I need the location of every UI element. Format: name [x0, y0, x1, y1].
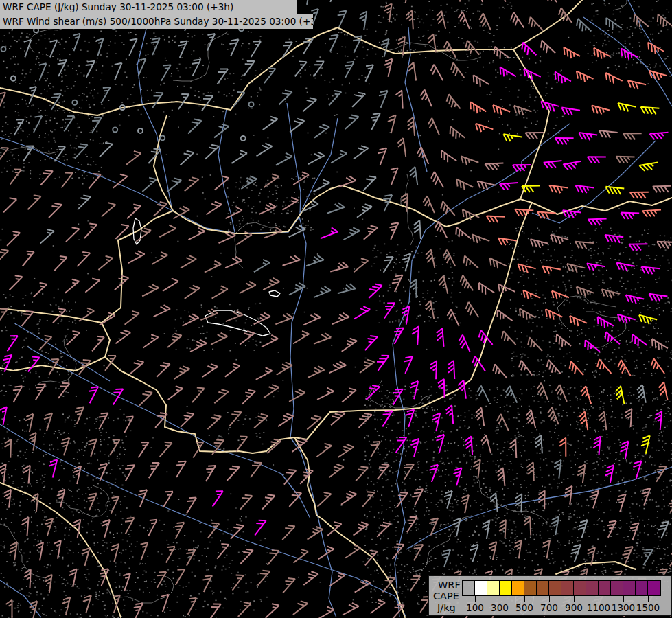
legend-color-cell [512, 581, 524, 595]
legend-color-cell [475, 581, 487, 595]
title-wind-shear: WRF Wind shear (m/s) 500/1000hPa Sunday … [0, 14, 313, 29]
legend-tick [599, 595, 599, 602]
legend-color-cell [487, 581, 500, 595]
legend-color-cell [549, 581, 561, 595]
legend-tick [549, 595, 550, 602]
legend-tick [623, 595, 624, 602]
legend-color-cell [561, 581, 574, 595]
legend-tick-label: 1500 [633, 602, 663, 613]
cape-legend: WRF CAPE J/kg 10030050070090011001300150… [428, 575, 672, 616]
legend-tick [574, 595, 575, 602]
map-svg [0, 0, 672, 618]
legend-color-cell [623, 581, 636, 595]
title-cape: WRF CAPE (J/kg) Sunday 30-11-2025 03:00 … [0, 0, 297, 14]
legend-variable-label: CAPE [433, 591, 459, 602]
legend-tick [500, 595, 500, 602]
legend-color-cell [537, 581, 549, 595]
legend-color-cell [636, 581, 648, 595]
weather-map: WRF CAPE (J/kg) Sunday 30-11-2025 03:00 … [0, 0, 672, 618]
legend-color-cell [586, 581, 599, 595]
legend-model-label: WRF [438, 580, 461, 591]
legend-color-cell [574, 581, 586, 595]
legend-color-cell [500, 581, 512, 595]
legend-tick [524, 595, 525, 602]
legend-color-cell [524, 581, 537, 595]
legend-color-cell [463, 581, 475, 595]
legend-tick [648, 595, 649, 602]
legend-color-cell [599, 581, 611, 595]
legend-color-cell [611, 581, 623, 595]
legend-tick [475, 595, 476, 602]
legend-unit-label: J/kg [437, 603, 456, 613]
legend-color-cell [648, 581, 660, 595]
